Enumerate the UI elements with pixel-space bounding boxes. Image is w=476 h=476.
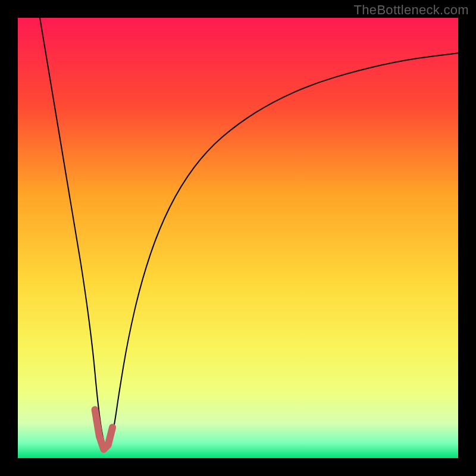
marker-path — [95, 410, 113, 450]
curve-layer — [18, 18, 458, 458]
chart-frame: TheBottleneck.com — [0, 0, 476, 476]
bottleneck-curve — [40, 18, 458, 447]
plot-area — [18, 18, 458, 458]
highlight-markers — [95, 410, 113, 450]
watermark-text: TheBottleneck.com — [354, 2, 469, 18]
